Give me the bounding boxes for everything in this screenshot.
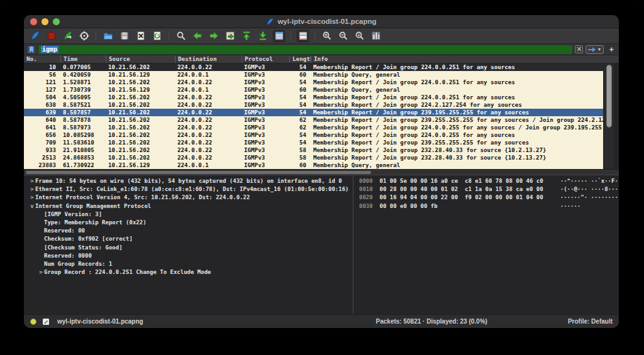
horizontal-scrollbar-track[interactable]	[24, 169, 619, 175]
close-file-button[interactable]	[135, 30, 147, 42]
collapsed-icon[interactable]: >	[29, 177, 35, 185]
detail-field-row[interactable]: Checksum: 0xf902 [correct]	[24, 235, 353, 243]
zoom-out-button[interactable]	[337, 30, 349, 42]
column-header-time[interactable]: Time	[60, 55, 106, 63]
column-header-no[interactable]: No.	[24, 55, 60, 63]
detail-field-row[interactable]: Type: Membership Report (0x22)	[24, 219, 353, 227]
packet-row[interactable]: 560.42005910.21.56.129224.0.0.1IGMPv360M…	[24, 71, 603, 79]
filter-clear-icon[interactable]: ✕	[575, 45, 583, 53]
packet-row[interactable]: 93321.91080510.21.56.202224.0.0.22IGMPv3…	[24, 146, 603, 154]
packet-row[interactable]: 1211.52887110.21.56.202224.0.0.22IGMPv35…	[24, 79, 603, 86]
colorize-packets-button[interactable]	[297, 30, 309, 42]
cell-destination: 224.0.0.22	[175, 146, 242, 154]
restart-capture-icon	[63, 31, 73, 41]
find-packet-button[interactable]	[175, 30, 187, 42]
display-filter-input[interactable]: igmp	[38, 45, 572, 54]
cell-source: 10.21.56.202	[106, 63, 175, 71]
cell-source: 10.21.56.202	[106, 79, 175, 86]
reload-file-button[interactable]	[151, 30, 163, 42]
collapsed-icon[interactable]: >	[38, 268, 44, 276]
collapsed-icon[interactable]: >	[29, 194, 35, 202]
cell-destination: 224.0.0.22	[175, 139, 242, 146]
stop-capture-icon	[47, 31, 57, 41]
horizontal-scrollbar-thumb[interactable]	[26, 171, 371, 174]
cell-no: 10	[24, 63, 60, 71]
collapsed-icon[interactable]: >	[29, 185, 35, 194]
packet-row[interactable]: 5044.50509510.21.56.202224.0.0.22IGMPv35…	[24, 94, 603, 101]
filter-add-button[interactable]: +	[606, 45, 616, 54]
detail-tree-row[interactable]: >Group Record : 224.0.0.251 Change To Ex…	[24, 268, 353, 276]
cell-no: 504	[24, 94, 60, 101]
packet-row[interactable]: 100.07700510.21.56.202224.0.0.22IGMPv354…	[24, 63, 603, 71]
hex-row[interactable]: 0020 00 16 94 04 00 00 22 00 f9 02 00 00…	[359, 194, 619, 202]
detail-tree-row[interactable]: vInternet Group Management Protocol	[24, 202, 353, 210]
packet-row[interactable]: 70911.58361010.21.56.202224.0.0.22IGMPv3…	[24, 139, 603, 146]
packet-row[interactable]: 2388361.73092210.21.56.129224.0.0.1IGMPv…	[24, 161, 603, 169]
hex-row[interactable]: 0000 01 00 5e 00 00 16 a0 ce c8 e1 60 78…	[359, 177, 619, 185]
cell-no: 127	[24, 86, 60, 94]
detail-field-row[interactable]: [Checksum Status: Good]	[24, 244, 353, 252]
zoom-in-button[interactable]	[321, 30, 333, 42]
detail-tree-row[interactable]: >Frame 10: 54 bytes on wire (432 bits), …	[24, 177, 353, 185]
column-header-source[interactable]: Source	[106, 55, 175, 63]
hex-bytes: 00 16 94 04 00 00 22 00 f9 02 00 00 00 0…	[373, 194, 550, 200]
go-forward-icon	[209, 31, 219, 41]
restart-capture-button[interactable]	[62, 30, 74, 42]
zoom-original-button[interactable]	[353, 30, 365, 42]
zoom-out-icon	[338, 31, 348, 41]
column-header-protocol[interactable]: Protocol	[242, 55, 289, 63]
vertical-scrollbar-thumb[interactable]	[606, 65, 612, 128]
column-header-length[interactable]: Length	[289, 55, 311, 63]
detail-tree-row[interactable]: >Ethernet II, Src: CeLink_e1:60:78 (a0:c…	[24, 185, 353, 194]
go-first-packet-button[interactable]	[240, 30, 252, 42]
detail-field-row[interactable]: Reserved: 0000	[24, 252, 353, 260]
packet-row[interactable]: 6398.58785710.21.56.202224.0.0.22IGMPv35…	[24, 109, 603, 116]
packet-row[interactable]: 6388.58752110.21.56.202224.0.0.22IGMPv35…	[24, 101, 603, 109]
packet-row[interactable]: 1271.73073910.21.56.129224.0.0.1IGMPv360…	[24, 86, 603, 94]
open-file-button[interactable]	[102, 30, 114, 42]
zoom-in-icon	[322, 31, 332, 41]
cell-no: 639	[24, 109, 60, 116]
packet-row[interactable]: 65610.08529810.21.56.202224.0.0.22IGMPv3…	[24, 131, 603, 139]
start-capture-button[interactable]	[29, 30, 41, 42]
resize-columns-button[interactable]	[370, 30, 382, 42]
save-file-button[interactable]	[118, 30, 130, 42]
capture-options-button[interactable]	[78, 30, 90, 42]
filter-bookmark-icon[interactable]	[26, 45, 36, 54]
hex-ascii: ······	[550, 203, 580, 209]
packet-row[interactable]: 6408.58787810.21.56.202224.0.0.22IGMPv36…	[24, 116, 603, 124]
column-header-info[interactable]: Info	[311, 55, 619, 63]
go-last-packet-button[interactable]	[257, 30, 269, 42]
cell-length: 54	[289, 79, 311, 86]
expanded-icon[interactable]: v	[29, 202, 35, 210]
status-profile[interactable]: Profile: Default	[568, 318, 613, 325]
go-back-button[interactable]	[191, 30, 203, 42]
detail-field-row[interactable]: Num Group Records: 1	[24, 260, 353, 268]
detail-field-row[interactable]: Reserved: 00	[24, 227, 353, 235]
auto-scroll-button[interactable]	[273, 30, 285, 42]
column-header-destination[interactable]: Destination	[175, 55, 242, 63]
stop-capture-button[interactable]	[45, 30, 57, 42]
packet-row[interactable]: 251324.86885310.21.56.202224.0.0.22IGMPv…	[24, 154, 603, 161]
reload-file-icon	[152, 31, 162, 41]
cell-info: Membership Report / Join group 224.0.0.2…	[311, 124, 603, 131]
capture-comment-icon[interactable]	[42, 318, 50, 325]
detail-field-row[interactable]: [IGMP Version: 3]	[24, 210, 353, 219]
expert-info-icon[interactable]	[30, 319, 36, 325]
go-forward-button[interactable]	[208, 30, 219, 42]
go-to-packet-button[interactable]	[224, 30, 236, 42]
detail-text: Reserved: 00	[44, 227, 85, 234]
cell-length: 54	[289, 131, 311, 139]
titlebar[interactable]: wyl-iptv-ciscodist-01.pcapng	[24, 15, 619, 28]
hex-row[interactable]: 0030 00 00 e0 00 00 fb ······	[359, 202, 619, 210]
hex-row[interactable]: 0010 00 28 00 00 40 00 01 02 c1 1a 0a 15…	[359, 185, 619, 194]
cell-info: Membership Query, general	[311, 71, 603, 79]
cell-protocol: IGMPv3	[242, 94, 289, 101]
cell-time: 11.583610	[60, 139, 106, 146]
cell-length: 54	[289, 101, 311, 109]
filter-apply-button[interactable]: ▼	[586, 45, 604, 54]
detail-tree-row[interactable]: >Internet Protocol Version 4, Src: 10.21…	[24, 194, 353, 202]
status-filename[interactable]: wyl-iptv-ciscodist-01.pcapng	[57, 318, 143, 325]
packet-row[interactable]: 6418.58797310.21.56.202224.0.0.22IGMPv36…	[24, 124, 603, 131]
cell-length: 58	[289, 154, 311, 161]
